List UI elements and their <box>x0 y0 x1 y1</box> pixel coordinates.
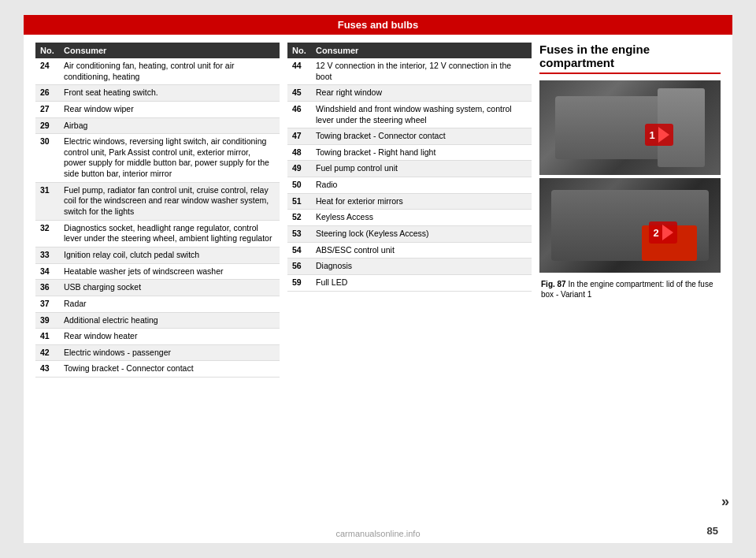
fuse-consumer: Heat for exterior mirrors <box>311 193 532 210</box>
main-content: No. Consumer 24Air conditioning fan, hea… <box>24 43 732 378</box>
fuse-no: 47 <box>287 128 311 145</box>
middle-fuse-table: No. Consumer 4412 V connection in the in… <box>287 43 532 378</box>
table-row: 4412 V connection in the interior, 12 V … <box>287 58 532 85</box>
fuse-consumer: 12 V connection in the interior, 12 V co… <box>311 58 532 85</box>
table-row: 37Radar <box>35 296 280 312</box>
fuse-no: 43 <box>35 361 59 378</box>
fuse-consumer: Keyless Access <box>311 210 532 226</box>
fuse-consumer: Electric windows - passenger <box>59 344 280 361</box>
table-row: 47Towing bracket - Connector contact <box>287 128 532 145</box>
table-row: 50Radio <box>287 177 532 194</box>
fuse-consumer: Ignition relay coil, clutch pedal switch <box>59 247 280 263</box>
arrow-icon-2 <box>662 225 673 240</box>
fuses-engine-title: Fuses in the engine compartment <box>539 43 721 74</box>
fuse-no: 52 <box>287 210 311 226</box>
table-row: 56Diagnosis <box>287 259 532 275</box>
fuse-consumer: Fuel pump, radiator fan control unit, cr… <box>59 182 280 220</box>
figure-caption: Fig. 87 In the engine compartment: lid o… <box>539 276 721 303</box>
fuse-no: 50 <box>287 177 311 194</box>
table-row: 43Towing bracket - Connector contact <box>35 361 280 378</box>
badge-1: 1 <box>645 124 673 146</box>
fuse-no: 42 <box>35 344 59 361</box>
fuse-consumer: Air conditioning fan, heating, control u… <box>59 58 280 85</box>
fuse-consumer: Fuel pump control unit <box>311 161 532 177</box>
fuse-consumer: USB charging socket <box>59 280 280 296</box>
table-row: 41Rear window heater <box>35 329 280 345</box>
table-row: 52Keyless Access <box>287 210 532 226</box>
fuse-no: 59 <box>287 274 311 291</box>
table-row: 31Fuel pump, radiator fan control unit, … <box>35 182 280 220</box>
table-row: 27Rear window wiper <box>35 101 280 117</box>
fuse-consumer: Rear window heater <box>59 329 280 345</box>
fuse-no: 26 <box>35 85 59 102</box>
fuse-no: 30 <box>35 134 59 183</box>
fuse-no: 39 <box>35 312 59 329</box>
fig-label: Fig. 87 <box>541 280 566 288</box>
header-title: Fuses and bulbs <box>338 19 419 31</box>
fuse-no: 29 <box>35 117 59 134</box>
table-row: 42Electric windows - passenger <box>35 344 280 361</box>
fuse-no: 33 <box>35 247 59 263</box>
fuse-consumer: Rear window wiper <box>59 101 280 117</box>
table-row: 39Additional electric heating <box>35 312 280 329</box>
fuse-no: 31 <box>35 182 59 220</box>
fuse-consumer: Diagnostics socket, headlight range regu… <box>59 220 280 247</box>
table-row: 45Rear right window <box>287 85 532 102</box>
fuse-no: 49 <box>287 161 311 177</box>
fuse-no: 45 <box>287 85 311 102</box>
table-row: 46Windshield and front window washing sy… <box>287 101 532 128</box>
badge-2: 2 <box>649 221 677 244</box>
table-row: 54ABS/ESC control unit <box>287 242 532 259</box>
fuse-no: 53 <box>287 226 311 243</box>
fuse-no: 48 <box>287 144 311 161</box>
fuse-consumer: ABS/ESC control unit <box>311 242 532 259</box>
middle-table: No. Consumer 4412 V connection in the in… <box>287 43 532 292</box>
badge-1-label: 1 <box>649 129 654 141</box>
fuse-no: 41 <box>35 329 59 345</box>
fuse-no: 34 <box>35 263 59 280</box>
fuse-consumer: Steering lock (Keyless Access) <box>311 226 532 243</box>
left-col-consumer: Consumer <box>59 43 280 58</box>
table-row: 29Airbag <box>35 117 280 134</box>
engine-image-bottom: 2 <box>539 178 721 273</box>
page-number: 85 <box>707 525 718 537</box>
fuse-consumer: Radio <box>311 177 532 194</box>
fuse-consumer: Additional electric heating <box>59 312 280 329</box>
table-row: 34Heatable washer jets of windscreen was… <box>35 263 280 280</box>
table-row: 24Air conditioning fan, heating, control… <box>35 58 280 85</box>
fuse-consumer: Electric windows, reversing light switch… <box>59 134 280 183</box>
right-section: Fuses in the engine compartment 1 2 <box>539 43 721 378</box>
fuse-no: 36 <box>35 280 59 296</box>
fuse-no: 37 <box>35 296 59 312</box>
table-row: 26Front seat heating switch. <box>35 85 280 102</box>
table-row: 33Ignition relay coil, clutch pedal swit… <box>35 247 280 263</box>
table-row: 49Fuel pump control unit <box>287 161 532 177</box>
engine-image-top: 1 <box>539 80 721 175</box>
badge-2-label: 2 <box>653 227 658 239</box>
table-row: 30Electric windows, reversing light swit… <box>35 134 280 183</box>
table-row: 59Full LED <box>287 274 532 291</box>
table-row: 36USB charging socket <box>35 280 280 296</box>
mid-col-no: No. <box>287 43 311 58</box>
table-row: 53Steering lock (Keyless Access) <box>287 226 532 243</box>
fuse-consumer: Towing bracket - Connector contact <box>311 128 532 145</box>
fuse-no: 51 <box>287 193 311 210</box>
table-row: 32Diagnostics socket, headlight range re… <box>35 220 280 247</box>
watermark: carmanualsonline.info <box>335 529 420 538</box>
table-row: 48Towing bracket - Right hand light <box>287 144 532 161</box>
page-header: Fuses and bulbs <box>24 15 732 35</box>
fuse-consumer: Windshield and front window washing syst… <box>311 101 532 128</box>
left-table: No. Consumer 24Air conditioning fan, hea… <box>35 43 280 378</box>
fuse-no: 56 <box>287 259 311 275</box>
left-fuse-table: No. Consumer 24Air conditioning fan, hea… <box>35 43 280 378</box>
fuse-no: 27 <box>35 101 59 117</box>
fuse-no: 32 <box>35 220 59 247</box>
fuse-consumer: Radar <box>59 296 280 312</box>
fuse-consumer: Rear right window <box>311 85 532 102</box>
table-row: 51Heat for exterior mirrors <box>287 193 532 210</box>
fuse-consumer: Towing bracket - Right hand light <box>311 144 532 161</box>
mid-col-consumer: Consumer <box>311 43 532 58</box>
fuse-no: 24 <box>35 58 59 85</box>
fuse-consumer: Full LED <box>311 274 532 291</box>
fuse-no: 44 <box>287 58 311 85</box>
